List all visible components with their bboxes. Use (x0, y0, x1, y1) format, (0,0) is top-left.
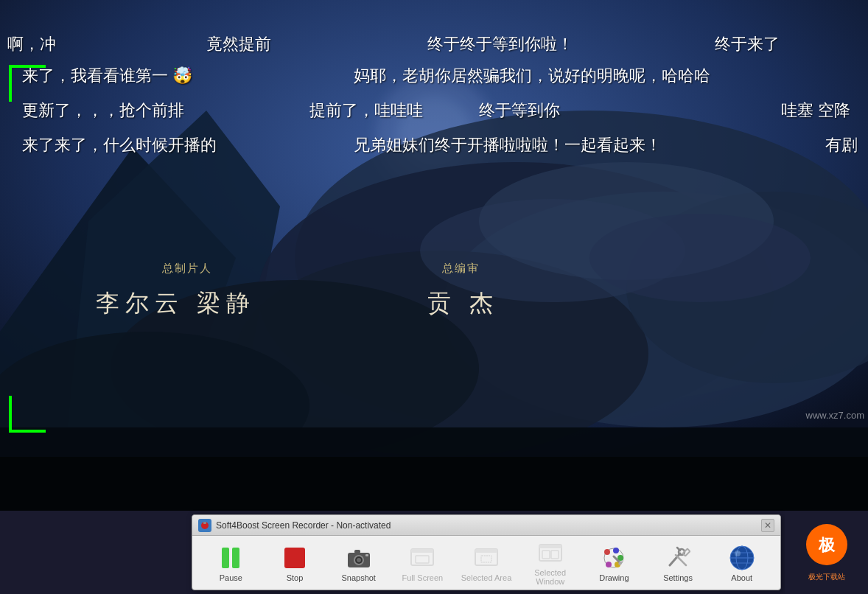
fullscreen-label: Full Screen (402, 573, 444, 582)
svg-rect-29 (475, 549, 497, 553)
danmaku-item: 提前了，哇哇哇 (309, 99, 423, 122)
svg-point-36 (604, 549, 610, 555)
selected-area-icon (473, 545, 500, 571)
credits-name-1: 李尔云 梁静 (96, 287, 256, 320)
svg-rect-27 (416, 556, 429, 563)
settings-label: Settings (663, 573, 693, 582)
recorder-titlebar: Soft4Boost Screen Recorder - Non-activat… (192, 515, 780, 536)
stop-label: Stop (287, 573, 304, 582)
svg-point-14 (589, 214, 811, 302)
svg-rect-26 (411, 549, 433, 553)
recorder-title: Soft4Boost Screen Recorder - Non-activat… (216, 520, 761, 531)
danmaku-item: 妈耶，老胡你居然骗我们，说好的明晚呢，哈哈哈 (354, 65, 710, 87)
about-label: About (731, 573, 752, 582)
recorder-close-button[interactable]: ✕ (761, 519, 774, 532)
recorder-buttons-container: Pause Stop (192, 536, 780, 591)
recorder-app-icon (198, 519, 211, 532)
about-icon (729, 545, 755, 571)
credits-label-2: 总编审 (442, 262, 480, 276)
video-area: 啊，冲 竟然提前 终于终于等到你啦！ 终于来了 来了，我看看谁第一 🤯 妈耶，老… (0, 0, 868, 511)
danmaku-item: 哇塞 空降 (781, 99, 850, 122)
svg-rect-33 (542, 551, 550, 559)
danmaku-item: 有剧 (825, 134, 858, 156)
danmaku-item: 来了，我看看谁第一 🤯 (22, 65, 192, 87)
about-button[interactable]: About (710, 542, 773, 586)
pause-button[interactable]: Pause (200, 542, 262, 586)
credits-name-2: 贡 杰 (427, 287, 499, 320)
snapshot-label: Snapshot (341, 573, 375, 582)
snapshot-button[interactable]: Snapshot (327, 542, 390, 586)
svg-line-45 (677, 548, 680, 551)
stop-button[interactable]: Stop (264, 542, 326, 586)
svg-rect-32 (539, 545, 561, 548)
svg-point-54 (735, 551, 741, 556)
svg-rect-18 (203, 522, 206, 524)
svg-line-46 (676, 555, 686, 565)
drawing-label: Drawing (599, 573, 629, 582)
pause-label: Pause (220, 573, 242, 582)
selected-window-icon (537, 542, 564, 566)
danmaku-item: 来了来了，什么时候开播的 (22, 134, 217, 156)
svg-point-22 (357, 558, 361, 562)
svg-rect-24 (365, 554, 368, 556)
danmaku-item: 啊，冲 (7, 33, 56, 55)
jiguang-logo: 极 极光下载站 (805, 523, 849, 582)
danmaku-item: 终于终于等到你啦！ (427, 33, 573, 55)
credits-label-1: 总制片人 (162, 262, 212, 276)
fullscreen-icon (409, 545, 435, 571)
selected-window-button[interactable]: Selected Window (519, 542, 581, 586)
settings-icon (665, 545, 691, 571)
danmaku-item: 兄弟姐妹们终于开播啦啦啦！一起看起来！ (354, 134, 662, 156)
svg-rect-16 (0, 457, 868, 511)
danmaku-item: 更新了，，，抢个前排 (22, 99, 184, 122)
watermark: www.xz7.com (802, 408, 868, 422)
svg-text:极: 极 (818, 536, 836, 554)
pause-icon (217, 545, 244, 571)
selected-window-label: Selected Window (519, 568, 581, 586)
drawing-icon (601, 545, 627, 571)
danmaku-item: 终于等到你 (479, 99, 560, 122)
svg-rect-23 (354, 550, 360, 553)
stop-icon (281, 545, 308, 571)
svg-point-40 (606, 562, 612, 567)
svg-point-37 (613, 548, 619, 553)
svg-rect-34 (551, 551, 559, 559)
right-bar: 极 极光下载站 (785, 511, 868, 594)
corner-marker-bl (9, 396, 46, 433)
recorder-window: Soft4Boost Screen Recorder - Non-activat… (192, 514, 781, 590)
selected-area-button[interactable]: Selected Area (455, 542, 518, 586)
danmaku-item: 竟然提前 (206, 33, 271, 55)
selected-area-label: Selected Area (461, 573, 512, 582)
fullscreen-button[interactable]: Full Screen (391, 542, 454, 586)
toolbar-area: Soft4Boost Screen Recorder - Non-activat… (0, 511, 868, 594)
svg-rect-30 (481, 556, 491, 562)
camera-icon (346, 545, 372, 571)
danmaku-item: 终于来了 (715, 33, 780, 55)
settings-button[interactable]: Settings (647, 542, 710, 586)
drawing-button[interactable]: Drawing (583, 542, 645, 586)
